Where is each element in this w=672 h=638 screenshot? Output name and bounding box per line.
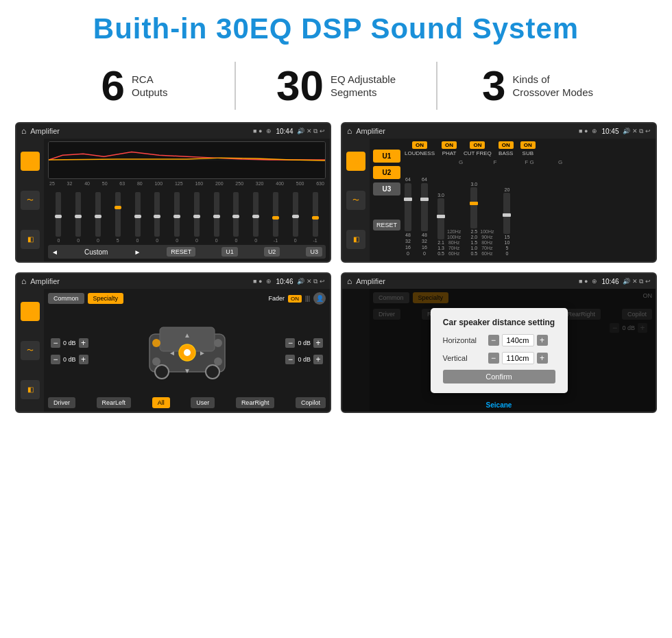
svg-text:◄: ◄ <box>169 349 176 357</box>
user-btn[interactable]: User <box>191 397 215 408</box>
common-tab[interactable]: Common <box>48 293 84 304</box>
crossover-bar-icons-right: 🔊 ✕ ⧉ ↩ <box>623 128 651 135</box>
eq-bar-icon-1: ■ ● <box>253 128 262 134</box>
eq-main-area: 2532 4050 6380 100125 160200 250320 4005… <box>44 139 330 261</box>
sub-on[interactable]: ON <box>520 141 536 149</box>
driver-btn[interactable]: Driver <box>48 397 75 408</box>
eq-sidebar-icon-2[interactable]: 〜 <box>21 191 40 210</box>
eq-sidebar-icon-3[interactable]: ◧ <box>21 230 40 249</box>
speaker-sidebar-icon-1[interactable]: ⊞ <box>21 302 40 321</box>
eq-slider-2[interactable]: 0 <box>89 192 108 243</box>
crossover-sidebar-icon-2[interactable]: 〜 <box>346 191 365 210</box>
bass-on[interactable]: ON <box>499 141 514 149</box>
dialog-title: Car speaker distance setting <box>443 318 555 327</box>
right-plus-1[interactable]: + <box>313 338 323 348</box>
vertical-value: 110cm <box>502 352 534 364</box>
seicane-watermark: Seicane <box>486 401 512 409</box>
profile-icon[interactable]: 👤 <box>313 292 326 305</box>
rearright-btn[interactable]: RearRight <box>236 397 275 408</box>
u2-btn[interactable]: U2 <box>373 166 400 179</box>
bass-sliders: 3.0 2.5 2.0 1.5 1.0 0.5 <box>470 182 494 256</box>
speaker-sidebar-icon-2[interactable]: 〜 <box>21 341 40 360</box>
home-icon[interactable]: ⌂ <box>21 126 26 136</box>
eq-next-btn[interactable]: ► <box>134 248 141 256</box>
eq-sidebar-icon-1[interactable]: ⊞ <box>21 152 40 171</box>
loudness-slider[interactable]: 64 48 32 16 0 <box>405 177 411 256</box>
stat-number-eq: 30 <box>276 64 324 107</box>
eq-u2-btn[interactable]: U2 <box>264 247 280 257</box>
crossover-bar-icon: ■ ● <box>579 128 588 134</box>
speaker-bottom-row: Driver RearLeft All User RearRight Copil… <box>48 397 326 408</box>
crossover-controls: ON LOUDNESS ON PHAT ON CUT FREQ ON <box>405 141 652 259</box>
left-minus-2[interactable]: − <box>51 355 60 364</box>
copilot-btn[interactable]: Copilot <box>296 397 326 408</box>
vertical-minus[interactable]: − <box>488 353 499 364</box>
confirm-button[interactable]: Confirm <box>443 370 555 383</box>
horizontal-plus[interactable]: + <box>537 335 548 346</box>
stat-rca: 6 RCA Outputs <box>41 64 228 107</box>
eq-slider-0[interactable]: 0 <box>49 192 68 243</box>
eq-reset-btn[interactable]: RESET <box>167 247 195 257</box>
crossover-sidebar-icon-1[interactable]: ⊞ <box>346 152 365 171</box>
left-plus-2[interactable]: + <box>79 355 88 364</box>
eq-u3-btn[interactable]: U3 <box>306 247 322 257</box>
sub-slider[interactable]: 20 15 10 5 0 <box>503 187 510 256</box>
specialty-tab[interactable]: Specialty <box>88 293 124 304</box>
right-minus-2[interactable]: − <box>285 355 295 364</box>
divider-1 <box>235 62 236 110</box>
loudness-on[interactable]: ON <box>412 141 427 149</box>
right-minus-1[interactable]: − <box>285 338 295 348</box>
right-plus-2[interactable]: + <box>313 355 323 364</box>
eq-freq-labels: 2532 4050 6380 100125 160200 250320 4005… <box>48 181 326 186</box>
horizontal-label: Horizontal <box>443 336 484 344</box>
eq-slider-10[interactable]: 0 <box>247 192 265 243</box>
eq-slider-3[interactable]: 5 <box>108 192 127 243</box>
phat-on[interactable]: ON <box>442 141 457 149</box>
eq-slider-13[interactable]: -1 <box>306 192 324 243</box>
eq-slider-5[interactable]: 0 <box>148 192 167 243</box>
crossover-u-buttons: U1 U2 U3 RESET <box>373 150 400 259</box>
vertical-row: Vertical − 110cm + <box>443 352 555 364</box>
speaker-location-icon: ⊕ <box>266 278 272 285</box>
speaker-screen: ⌂ Amplifier ■ ● ⊕ 10:46 🔊 ✕ ⧉ ↩ ⊞ 〜 ◧ Co… <box>15 272 331 413</box>
home-icon-2[interactable]: ⌂ <box>347 126 352 136</box>
phat-slider[interactable]: 64 48 32 16 0 <box>421 177 428 256</box>
eq-prev-btn[interactable]: ◄ <box>51 248 58 256</box>
eq-slider-7[interactable]: 0 <box>187 192 206 243</box>
left-minus-1[interactable]: − <box>51 338 60 348</box>
all-btn[interactable]: All <box>152 397 170 408</box>
crossover-sidebar-icon-3[interactable]: ◧ <box>346 230 365 249</box>
speaker-bar-icons-right: 🔊 ✕ ⧉ ↩ <box>297 278 325 285</box>
eq-slider-12[interactable]: 0 <box>286 192 304 243</box>
location-icon: ⊕ <box>266 128 272 134</box>
horizontal-minus[interactable]: − <box>488 335 499 346</box>
phat-label: PHAT <box>442 150 457 156</box>
speaker-dialog-screen: ⌂ Amplifier ■ ● ⊕ 10:46 🔊 ✕ ⧉ ↩ Common S… <box>341 272 657 413</box>
cutfreq-on[interactable]: ON <box>470 141 485 149</box>
header: Buith-in 30EQ DSP Sound System <box>0 0 672 52</box>
eq-slider-1[interactable]: 0 <box>69 192 88 243</box>
left-plus-1[interactable]: + <box>79 338 88 348</box>
sub-label: SUB <box>523 150 533 156</box>
speaker-tab-row: Common Specialty Fader ON ||| 👤 <box>48 292 326 305</box>
crossover-location-icon: ⊕ <box>592 128 597 134</box>
eq-slider-8[interactable]: 0 <box>207 192 226 243</box>
reset-btn[interactable]: RESET <box>373 220 400 231</box>
eq-slider-6[interactable]: 0 <box>168 192 187 243</box>
home-icon-4[interactable]: ⌂ <box>347 276 352 286</box>
speaker-sidebar-icon-3[interactable]: ◧ <box>21 380 40 399</box>
u1-btn[interactable]: U1 <box>373 150 400 163</box>
eq-slider-11[interactable]: -1 <box>267 192 285 243</box>
sub-toggle: ON SUB <box>520 141 536 156</box>
u3-btn[interactable]: U3 <box>373 182 400 196</box>
speaker-bar-icon: ■ ● <box>253 278 262 285</box>
eq-slider-4[interactable]: 0 <box>128 192 147 243</box>
svg-point-6 <box>152 339 160 347</box>
rearleft-btn[interactable]: RearLeft <box>97 397 132 408</box>
home-icon-3[interactable]: ⌂ <box>21 276 26 286</box>
eq-u1-btn[interactable]: U1 <box>221 247 238 257</box>
fader-label: Fader <box>268 295 285 302</box>
eq-slider-9[interactable]: 0 <box>227 192 245 243</box>
vertical-plus[interactable]: + <box>537 353 548 364</box>
fader-on-badge[interactable]: ON <box>288 295 302 303</box>
